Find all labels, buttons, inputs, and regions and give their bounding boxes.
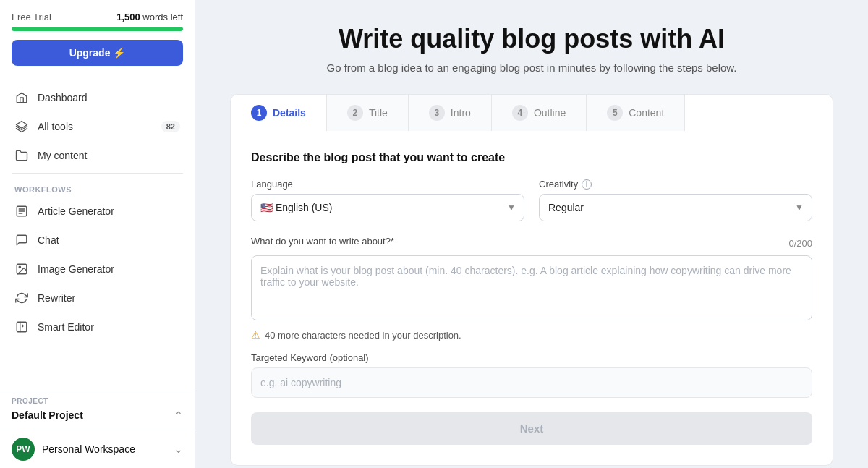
tab-details-num: 1: [251, 105, 267, 121]
editor-icon: [14, 320, 29, 334]
tab-title[interactable]: 2 Title: [327, 95, 409, 131]
next-button[interactable]: Next: [251, 412, 812, 445]
topic-textarea[interactable]: [251, 255, 812, 320]
sidebar-item-dashboard-label: Dashboard: [38, 92, 88, 103]
page-subtitle: Go from a blog idea to an engaging blog …: [230, 61, 833, 74]
sidebar-top: Free Trial 1,500 words left Upgrade ⚡: [0, 12, 195, 77]
svg-rect-7: [17, 322, 27, 332]
trial-words: 1,500 words left: [116, 12, 183, 22]
sidebar-item-all-tools-label: All tools: [38, 121, 73, 132]
trial-words-bold: 1,500: [116, 12, 140, 22]
sidebar-item-my-content-label: My content: [38, 150, 87, 161]
home-icon: [14, 90, 29, 105]
tab-content-num: 5: [607, 105, 623, 121]
language-label: Language: [251, 179, 524, 190]
sidebar: Free Trial 1,500 words left Upgrade ⚡ Da…: [0, 0, 195, 468]
project-name: Default Project: [12, 409, 83, 421]
upgrade-button[interactable]: Upgrade ⚡: [12, 40, 183, 66]
all-tools-badge: 82: [161, 121, 180, 132]
folder-icon: [14, 148, 29, 163]
language-creativity-row: Language 🇺🇸 English (US) ▼ Creativity i: [251, 179, 812, 221]
tab-outline-label: Outline: [534, 107, 566, 119]
sidebar-divider: [12, 173, 183, 174]
sidebar-item-my-content[interactable]: My content: [0, 141, 195, 170]
warning-text: 40 more characters needed in your descri…: [265, 330, 461, 341]
tab-details-label: Details: [273, 107, 306, 119]
sidebar-item-dashboard[interactable]: Dashboard: [0, 83, 195, 112]
topic-label: What do you want to write about?*: [251, 236, 394, 247]
avatar: PW: [12, 438, 35, 461]
creativity-label: Creativity i: [539, 179, 812, 190]
creativity-select-wrapper: Regular ▼: [539, 194, 812, 221]
workflows-label: Workflows: [0, 176, 195, 197]
tab-details[interactable]: 1 Details: [231, 95, 327, 131]
image-icon: [14, 262, 29, 276]
creativity-info-icon: i: [582, 179, 592, 190]
tab-outline-num: 4: [512, 105, 528, 121]
trial-row: Free Trial 1,500 words left: [12, 12, 183, 22]
page-header: Write quality blog posts with AI Go from…: [230, 23, 833, 74]
warning-row: ⚠ 40 more characters needed in your desc…: [251, 329, 812, 341]
language-select-wrapper: 🇺🇸 English (US) ▼: [251, 194, 524, 221]
tab-intro-num: 3: [429, 105, 445, 121]
creativity-select[interactable]: Regular: [539, 194, 812, 221]
rewriter-icon: [14, 291, 29, 305]
page-title: Write quality blog posts with AI: [230, 23, 833, 54]
keyword-group: Targeted Keyword (optional): [251, 352, 812, 398]
tab-title-num: 2: [347, 105, 363, 121]
workspace-name: Personal Workspace: [42, 443, 167, 455]
tab-outline[interactable]: 4 Outline: [492, 95, 587, 131]
form-section-title: Describe the blog post that you want to …: [251, 151, 812, 164]
sidebar-item-all-tools[interactable]: All tools 82: [0, 112, 195, 141]
sidebar-nav: Dashboard All tools 82 My content: [0, 77, 195, 391]
topic-group: What do you want to write about?* 0/200: [251, 236, 812, 323]
tab-content[interactable]: 5 Content: [587, 95, 685, 131]
sidebar-item-article-generator[interactable]: Article Generator: [0, 197, 195, 226]
tab-title-label: Title: [369, 107, 388, 119]
project-label: PROJECT: [12, 397, 183, 405]
progress-bar-fill: [12, 27, 183, 31]
topic-char-count: 0/200: [788, 238, 812, 249]
sidebar-item-article-label: Article Generator: [38, 205, 114, 217]
sidebar-item-smart-editor[interactable]: Smart Editor: [0, 312, 195, 341]
avatar-initials: PW: [16, 444, 30, 454]
svg-point-6: [19, 266, 20, 268]
sidebar-item-chat-label: Chat: [38, 234, 59, 246]
progress-bar-bg: [12, 27, 183, 31]
language-select[interactable]: 🇺🇸 English (US): [251, 194, 524, 221]
keyword-label: Targeted Keyword (optional): [251, 352, 812, 363]
layers-icon: [14, 119, 29, 134]
sidebar-item-rewriter-label: Rewriter: [38, 292, 75, 304]
project-selector[interactable]: Default Project ⌃: [12, 407, 183, 424]
topic-label-row: What do you want to write about?* 0/200: [251, 236, 812, 251]
chat-icon: [14, 233, 29, 247]
warning-icon: ⚠: [251, 329, 260, 341]
chevron-up-icon: ⌃: [174, 409, 183, 421]
tab-bar: 1 Details 2 Title 3 Intro 4 Outline 5 Co…: [230, 94, 833, 131]
workspace-row[interactable]: PW Personal Workspace ⌄: [0, 430, 195, 468]
keyword-input[interactable]: [251, 367, 812, 398]
tab-intro[interactable]: 3 Intro: [409, 95, 492, 131]
sidebar-item-image-generator[interactable]: Image Generator: [0, 255, 195, 284]
main-content: Write quality blog posts with AI Go from…: [195, 0, 868, 468]
sidebar-item-chat[interactable]: Chat: [0, 226, 195, 255]
tab-content-label: Content: [629, 107, 664, 119]
trial-label: Free Trial: [12, 12, 51, 22]
sidebar-item-smart-editor-label: Smart Editor: [38, 321, 94, 333]
sidebar-item-rewriter[interactable]: Rewriter: [0, 284, 195, 312]
chevron-down-icon: ⌄: [174, 443, 183, 455]
language-group: Language 🇺🇸 English (US) ▼: [251, 179, 524, 221]
upgrade-label: Upgrade ⚡: [69, 47, 126, 59]
project-section: PROJECT Default Project ⌃: [0, 391, 195, 430]
form-card: Describe the blog post that you want to …: [230, 131, 833, 466]
creativity-group: Creativity i Regular ▼: [539, 179, 812, 221]
article-icon: [14, 204, 29, 218]
sidebar-item-image-label: Image Generator: [38, 263, 114, 275]
tab-intro-label: Intro: [451, 107, 471, 119]
